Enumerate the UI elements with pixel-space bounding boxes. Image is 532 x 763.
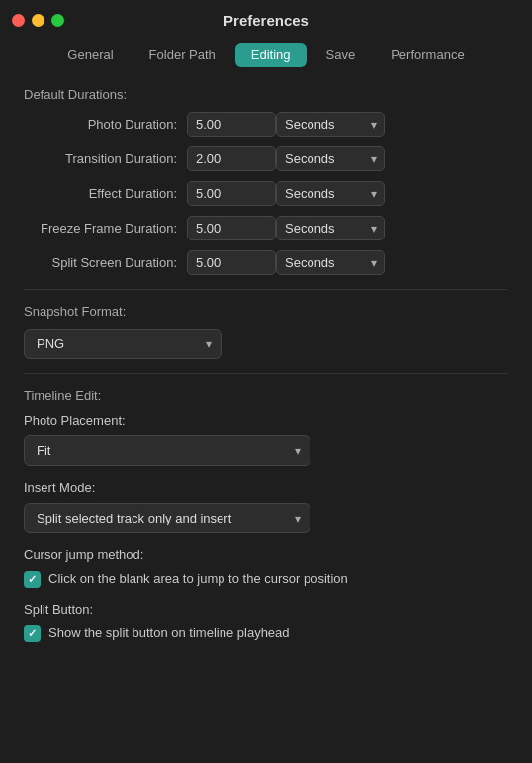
photo-duration-input[interactable] bbox=[187, 112, 276, 137]
split-button-checkbox-label: Show the split button on timeline playhe… bbox=[48, 624, 290, 642]
split-screen-duration-input[interactable] bbox=[187, 250, 276, 275]
snapshot-format-select-wrapper: PNG JPEG TIFF bbox=[24, 329, 222, 359]
insert-mode-title: Insert Mode: bbox=[24, 480, 508, 495]
photo-duration-row: Photo Duration: Seconds Frames Milliseco… bbox=[24, 112, 508, 137]
cursor-jump-title: Cursor jump method: bbox=[24, 547, 508, 562]
snapshot-format-section: Snapshot Format: PNG JPEG TIFF bbox=[24, 304, 508, 359]
split-button-group: Split Button: Show the split button on t… bbox=[24, 602, 508, 642]
default-durations-title: Default Durations: bbox=[24, 87, 508, 102]
split-screen-duration-unit-select[interactable]: Seconds Frames Milliseconds bbox=[276, 250, 385, 275]
photo-placement-title: Photo Placement: bbox=[24, 413, 508, 428]
freeze-frame-duration-row: Freeze Frame Duration: Seconds Frames Mi… bbox=[24, 216, 508, 240]
tab-folder-path[interactable]: Folder Path bbox=[133, 43, 231, 67]
split-screen-duration-unit-wrapper: Seconds Frames Milliseconds bbox=[276, 250, 385, 275]
photo-placement-select-wrapper: Fit Fill Stretch None bbox=[24, 435, 310, 466]
insert-mode-select-wrapper: Split selected track only and insert Ins… bbox=[24, 503, 310, 533]
photo-duration-unit-select[interactable]: Seconds Frames Milliseconds bbox=[276, 112, 385, 137]
freeze-frame-duration-unit-wrapper: Seconds Frames Milliseconds bbox=[276, 216, 385, 240]
transition-duration-input[interactable] bbox=[187, 146, 276, 171]
editing-content: Default Durations: Photo Duration: Secon… bbox=[0, 79, 532, 753]
insert-mode-select[interactable]: Split selected track only and insert Ins… bbox=[24, 503, 310, 533]
snapshot-format-title: Snapshot Format: bbox=[24, 304, 508, 319]
freeze-frame-duration-unit-select[interactable]: Seconds Frames Milliseconds bbox=[276, 216, 385, 240]
cursor-jump-checkbox[interactable] bbox=[24, 571, 41, 588]
split-screen-duration-row: Split Screen Duration: Seconds Frames Mi… bbox=[24, 250, 508, 275]
cursor-jump-checkbox-label: Click on the blank area to jump to the c… bbox=[48, 570, 348, 588]
transition-duration-unit-select[interactable]: Seconds Frames Milliseconds bbox=[276, 146, 385, 171]
divider-1 bbox=[24, 289, 508, 290]
split-button-row: Show the split button on timeline playhe… bbox=[24, 624, 508, 642]
close-button[interactable] bbox=[12, 14, 25, 27]
title-bar: Preferences bbox=[0, 0, 532, 37]
tab-general[interactable]: General bbox=[51, 43, 129, 67]
tab-editing[interactable]: Editing bbox=[235, 43, 307, 67]
split-button-title: Split Button: bbox=[24, 602, 508, 617]
photo-duration-unit-wrapper: Seconds Frames Milliseconds bbox=[276, 112, 385, 137]
transition-duration-unit-wrapper: Seconds Frames Milliseconds bbox=[276, 146, 385, 171]
window-title: Preferences bbox=[223, 12, 309, 29]
window-controls bbox=[12, 14, 64, 27]
effect-duration-unit-select[interactable]: Seconds Frames Milliseconds bbox=[276, 181, 385, 206]
tab-performance[interactable]: Performance bbox=[375, 43, 480, 67]
maximize-button[interactable] bbox=[51, 14, 64, 27]
effect-duration-unit-wrapper: Seconds Frames Milliseconds bbox=[276, 181, 385, 206]
effect-duration-input[interactable] bbox=[187, 181, 276, 206]
cursor-jump-row: Click on the blank area to jump to the c… bbox=[24, 570, 508, 588]
timeline-edit-section: Timeline Edit: Photo Placement: Fit Fill… bbox=[24, 388, 508, 642]
split-screen-duration-label: Split Screen Duration: bbox=[24, 255, 187, 270]
insert-mode-group: Insert Mode: Split selected track only a… bbox=[24, 480, 508, 533]
transition-duration-label: Transition Duration: bbox=[24, 151, 187, 166]
minimize-button[interactable] bbox=[32, 14, 44, 27]
snapshot-format-select[interactable]: PNG JPEG TIFF bbox=[24, 329, 222, 359]
timeline-edit-title: Timeline Edit: bbox=[24, 388, 508, 403]
effect-duration-label: Effect Duration: bbox=[24, 186, 187, 201]
tab-save[interactable]: Save bbox=[310, 43, 372, 67]
cursor-jump-group: Cursor jump method: Click on the blank a… bbox=[24, 547, 508, 588]
divider-2 bbox=[24, 373, 508, 374]
split-button-checkbox[interactable] bbox=[24, 625, 41, 642]
photo-placement-select[interactable]: Fit Fill Stretch None bbox=[24, 435, 310, 466]
effect-duration-row: Effect Duration: Seconds Frames Millisec… bbox=[24, 181, 508, 206]
freeze-frame-duration-label: Freeze Frame Duration: bbox=[24, 221, 187, 236]
photo-duration-label: Photo Duration: bbox=[24, 117, 187, 132]
tab-bar: General Folder Path Editing Save Perform… bbox=[0, 37, 532, 79]
photo-placement-group: Photo Placement: Fit Fill Stretch None bbox=[24, 413, 508, 466]
freeze-frame-duration-input[interactable] bbox=[187, 216, 276, 240]
transition-duration-row: Transition Duration: Seconds Frames Mill… bbox=[24, 146, 508, 171]
